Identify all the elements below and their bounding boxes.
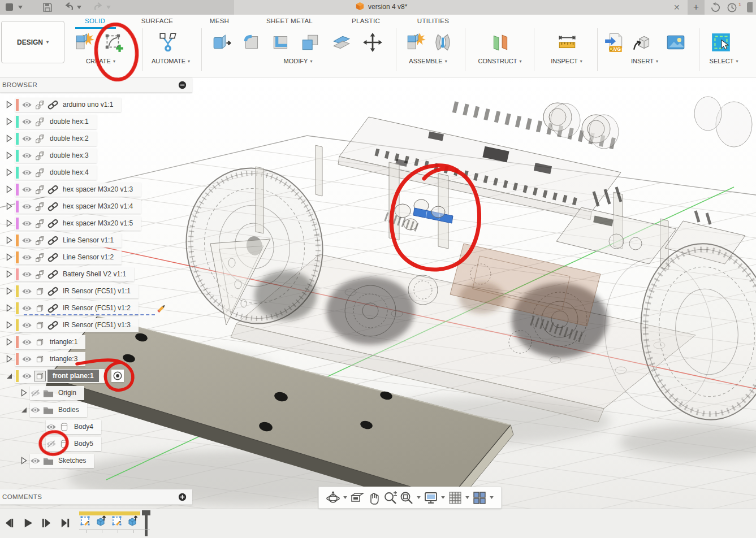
browser-row-label[interactable]: Origin [56,389,79,397]
move-copy-icon[interactable] [362,32,383,53]
browser-row-body5[interactable]: Body5 [35,436,101,451]
tree-expand-icon[interactable] [19,456,28,465]
zoom-icon[interactable] [383,491,398,505]
chevron-down-icon[interactable] [490,496,494,499]
browser-row-front-plane-1[interactable]: front plane:1 [5,368,124,383]
visibility-eye-icon[interactable] [21,354,32,364]
visibility-eye-icon[interactable] [21,337,32,347]
tab-mesh[interactable]: MESH [210,18,229,24]
visibility-eye-icon[interactable] [21,303,32,313]
browser-row-label[interactable]: IR Sensor (FC51) v1:1 [61,287,133,295]
visibility-eye-off-icon[interactable] [30,388,41,398]
browser-row-label[interactable]: Bodies [56,406,81,414]
tree-expand-icon[interactable] [5,303,14,313]
visibility-eye-icon[interactable] [21,134,32,144]
browser-row-label[interactable]: Line Sensor v1:2 [61,253,116,261]
display-settings-icon[interactable] [424,491,438,505]
timeline-feature-sketch-icon[interactable] [111,515,123,527]
tree-expand-icon[interactable] [19,388,28,397]
chevron-down-icon[interactable] [106,6,111,9]
browser-row-line-sensor-v1-2[interactable]: Line Sensor v1:2 [5,250,122,264]
browser-row-label[interactable]: Body5 [72,440,96,448]
tree-expand-icon[interactable] [5,219,14,228]
tab-solid[interactable]: SOLID [85,18,105,24]
assemble-menu[interactable]: ASSEMBLE▾ [409,58,447,64]
timeline-feature-extrude-icon[interactable] [95,515,107,527]
shell-icon[interactable] [270,32,292,53]
browser-row-arduino-uno-v1-1[interactable]: arduino uno v1:1 [5,97,121,112]
visibility-eye-icon[interactable] [21,371,32,381]
chevron-down-icon[interactable] [343,496,347,499]
joint-icon[interactable] [432,32,453,53]
assemble-new-component-icon[interactable] [405,32,426,53]
fit-icon[interactable] [399,491,414,505]
tree-expand-icon[interactable] [5,134,14,143]
canvas-icon[interactable] [665,32,686,53]
timeline-feature-extrude-icon[interactable] [127,515,139,527]
visibility-eye-icon[interactable] [21,236,32,245]
orbit-icon[interactable] [326,491,340,505]
redo-icon[interactable] [93,2,104,13]
combine-icon[interactable] [300,32,321,53]
browser-row-label[interactable]: Sketches [56,457,88,465]
collapse-panel-icon[interactable] [178,81,187,89]
tree-expand-icon[interactable] [5,287,14,296]
activate-component-radio[interactable] [111,370,124,382]
visibility-eye-icon[interactable] [30,456,41,466]
design-workspace-dropdown[interactable]: DESIGN ▾ [1,21,64,63]
visibility-eye-icon[interactable] [21,151,32,160]
add-comment-icon[interactable] [178,493,187,501]
browser-row-label[interactable]: triangle:1 [47,338,80,346]
fillet-icon[interactable] [241,32,262,53]
browser-row-label[interactable]: hex spacer M3x20 v1:5 [61,219,135,227]
tab-sheet-metal[interactable]: SHEET METAL [266,18,313,24]
tree-expand-icon[interactable] [5,185,14,194]
browser-row-label[interactable]: double hex:4 [47,168,91,176]
pan-icon[interactable] [366,491,381,505]
visibility-eye-icon[interactable] [21,168,32,177]
browser-row-label[interactable]: Battery Shell V2 v1:1 [61,270,128,278]
modify-menu[interactable]: MODIFY▾ [284,58,313,64]
browser-row-label[interactable]: double hex:3 [47,151,91,159]
play-icon[interactable] [22,517,34,529]
visibility-eye-icon[interactable] [21,100,32,110]
browser-row-origin[interactable]: Origin [19,385,84,400]
tree-expand-icon[interactable] [5,100,14,109]
chevron-down-icon[interactable] [441,496,445,499]
browser-row-label[interactable]: IR Sensor (FC51) v1:2 [61,304,133,312]
browser-row-ir-sensor-fc51-v1-1[interactable]: IR Sensor (FC51) v1:1 [5,284,139,298]
browser-row-sketches[interactable]: Sketches [19,453,94,468]
browser-row-ir-sensor-fc51-v1-3[interactable]: IR Sensor (FC51) v1:3 [5,318,139,332]
viewports-icon[interactable] [472,491,487,505]
visibility-eye-icon[interactable] [21,320,32,330]
new-component-icon[interactable] [74,32,95,53]
insert-mesh-icon[interactable] [632,32,654,53]
construct-menu[interactable]: CONSTRUCT▾ [478,58,521,64]
tree-collapse-icon[interactable] [19,405,28,414]
tab-plastic[interactable]: PLASTIC [352,18,380,24]
tree-expand-icon[interactable] [5,117,14,126]
browser-row-triangle-3[interactable]: triangle:3 [5,352,85,366]
insert-menu[interactable]: INSERT▾ [631,58,658,64]
browser-row-double-hex-1[interactable]: double hex:1 [5,114,97,129]
undo-icon[interactable] [63,2,75,13]
browser-row-bodies[interactable]: Bodies [19,402,87,417]
browser-row-label[interactable]: arduino uno v1:1 [61,101,115,109]
browser-row-label[interactable]: Body4 [72,423,96,431]
tab-surface[interactable]: SURFACE [141,18,173,24]
visibility-eye-icon[interactable] [46,422,57,432]
step-forward-icon[interactable] [41,517,53,529]
chevron-down-icon[interactable] [18,6,23,9]
file-menu-icon[interactable] [5,2,16,13]
select-menu[interactable]: SELECT▾ [710,58,738,64]
browser-row-double-hex-4[interactable]: double hex:4 [5,165,97,180]
visibility-eye-icon[interactable] [21,270,32,279]
tree-collapse-icon[interactable] [5,371,14,380]
browser-row-double-hex-3[interactable]: double hex:3 [5,148,97,163]
tree-expand-icon[interactable] [5,236,14,245]
create-sketch-icon[interactable] [103,32,124,53]
browser-row-label[interactable]: hex spacer M3x20 v1:4 [61,202,135,210]
chevron-down-icon[interactable] [77,6,81,9]
tab-utilities[interactable]: UTILITIES [417,18,449,24]
browser-row-ir-sensor-fc51-v1-2[interactable]: IR Sensor (FC51) v1:2 [5,301,139,315]
